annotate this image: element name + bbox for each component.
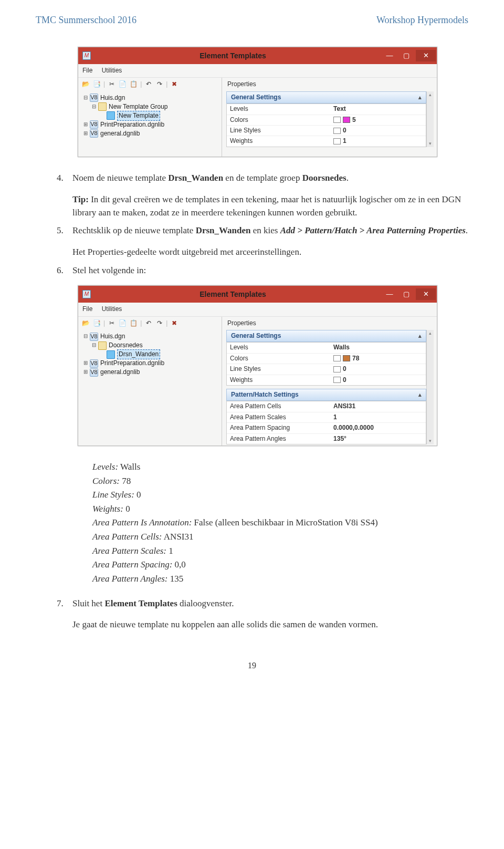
step-number: 4. <box>57 172 72 185</box>
prop-weights: Weights <box>227 375 330 385</box>
copy-icon[interactable]: 📄 <box>118 80 127 89</box>
tree-node-group[interactable]: ⊟New Template Group <box>82 102 217 111</box>
prop-area-cells-value[interactable]: ANSI31 <box>330 401 426 411</box>
prop-colors-value[interactable]: 78 <box>330 354 426 364</box>
chevron-up-icon: ▴ <box>418 94 422 102</box>
menubar: File Utilities <box>78 303 437 316</box>
app-icon: M <box>82 290 91 298</box>
step-number: 7. <box>57 597 72 610</box>
scrollbar[interactable]: ▴▾ <box>426 330 434 444</box>
prop-levels-value[interactable]: Walls <box>330 343 426 353</box>
prop-levels: Levels <box>227 343 330 353</box>
prop-area-angles: Area Pattern Angles <box>227 434 330 444</box>
delete-icon[interactable]: ✖ <box>170 319 178 328</box>
tree-node-lib[interactable]: ⊞V8general.dgnlib <box>82 129 217 138</box>
import-icon[interactable]: 📑 <box>92 319 101 328</box>
open-icon[interactable]: 📂 <box>81 80 90 89</box>
prop-colors: Colors <box>227 115 330 125</box>
import-icon[interactable]: 📑 <box>92 80 101 89</box>
step-5-followup: Het Properties-gedeelte wordt uitgebreid… <box>72 246 468 259</box>
delete-icon[interactable]: ✖ <box>170 80 178 89</box>
chevron-up-icon: ▴ <box>418 391 422 399</box>
step-7: 7. Sluit het Element Templates dialoogve… <box>57 597 468 610</box>
prop-linestyles-value[interactable]: 0 <box>330 364 426 374</box>
close-button[interactable]: ✕ <box>416 288 436 300</box>
menu-file[interactable]: File <box>82 67 92 74</box>
undo-icon[interactable]: ↶ <box>144 319 153 328</box>
header-left: TMC Summerschool 2016 <box>36 15 136 26</box>
paste-icon[interactable]: 📋 <box>129 319 138 328</box>
step-number: 5. <box>57 224 72 237</box>
menu-utilities[interactable]: Utilities <box>102 67 122 74</box>
undo-icon[interactable]: ↶ <box>144 80 153 89</box>
step-5: 5. Rechtsklik op de nieuwe template Drsn… <box>57 224 468 237</box>
color-swatch-icon <box>343 355 350 361</box>
prop-weights-value[interactable]: 1 <box>330 136 426 146</box>
cut-icon[interactable]: ✂ <box>107 319 116 328</box>
tree-node-dgn[interactable]: ⊟V8Huis.dgn <box>82 94 217 102</box>
separator: | <box>103 80 105 89</box>
page-header: TMC Summerschool 2016 Workshop Hypermode… <box>0 0 504 31</box>
prop-linestyles: Line Styles <box>227 126 330 136</box>
step-6: 6. Stel het volgende in: <box>57 264 468 277</box>
prop-weights: Weights <box>227 136 330 146</box>
step-number: 6. <box>57 264 72 277</box>
maximize-button[interactable]: ▢ <box>399 50 414 61</box>
prop-area-scales: Area Pattern Scales <box>227 412 330 422</box>
menu-file[interactable]: File <box>82 305 92 313</box>
menubar: File Utilities <box>78 64 437 78</box>
template-tree: ⊟V8Huis.dgn ⊟Doorsnedes Drsn_Wanden ⊞V8P… <box>79 331 220 378</box>
tree-node-lib[interactable]: ⊞V8PrintPreparation.dgnlib <box>82 359 217 368</box>
header-right: Workshop Hypermodels <box>376 15 468 26</box>
cut-icon[interactable]: ✂ <box>107 80 116 89</box>
section-pattern-hatch-settings[interactable]: Pattern/Hatch Settings▴ <box>226 389 426 401</box>
toolbar: 📂 📑 | ✂ 📄 📋 | ↶ ↷ | ✖ <box>79 79 220 92</box>
prop-area-angles-value[interactable]: 135° <box>330 434 426 444</box>
properties-table-a: LevelsWalls Colors78 Line Styles0 Weight… <box>226 342 426 386</box>
scrollbar[interactable]: ▴▾ <box>426 91 434 147</box>
prop-area-spacing: Area Pattern Spacing <box>227 423 330 433</box>
redo-icon[interactable]: ↷ <box>155 80 164 89</box>
prop-levels: Levels <box>227 104 330 114</box>
section-general-settings[interactable]: General Settings▴ <box>226 330 426 342</box>
tree-pane: 📂 📑 | ✂ 📄 📋 | ↶ ↷ | ✖ ⊟V8Huis.dgn ⊟New T… <box>78 78 222 157</box>
separator: | <box>166 80 167 89</box>
prop-area-spacing-value[interactable]: 0.0000,0.0000 <box>330 423 426 433</box>
close-button[interactable]: ✕ <box>416 50 436 61</box>
minimize-button[interactable]: — <box>382 288 397 300</box>
prop-linestyles-value[interactable]: 0 <box>330 126 426 136</box>
properties-pane: Properties General Settings▴ LevelsWalls… <box>222 317 437 446</box>
tip-paragraph: Tip: In dit geval creëren we de template… <box>72 193 468 219</box>
toolbar: 📂 📑 | ✂ 📄 📋 | ↶ ↷ | ✖ <box>79 318 220 331</box>
titlebar: M Element Templates — ▢ ✕ <box>78 47 437 64</box>
maximize-button[interactable]: ▢ <box>399 288 414 300</box>
step-7-followup: Je gaat de nieuwe template nu koppelen a… <box>72 618 468 631</box>
menu-utilities[interactable]: Utilities <box>102 305 122 313</box>
paste-icon[interactable]: 📋 <box>129 80 138 89</box>
prop-area-scales-value[interactable]: 1 <box>330 412 426 422</box>
properties-pane: Properties General Settings▴ LevelsText … <box>222 78 437 157</box>
prop-colors-value[interactable]: 5 <box>330 115 426 125</box>
redo-icon[interactable]: ↷ <box>155 319 164 328</box>
tree-node-lib[interactable]: ⊞V8general.dgnlib <box>82 368 217 377</box>
tree-node-template-selected[interactable]: Drsn_Wanden <box>82 350 217 359</box>
minimize-button[interactable]: — <box>382 50 397 61</box>
prop-area-cells: Area Pattern Cells <box>227 401 330 411</box>
separator: | <box>140 80 142 89</box>
tree-node-lib[interactable]: ⊞V8PrintPreparation.dgnlib <box>82 120 217 129</box>
app-icon: M <box>82 51 91 60</box>
prop-weights-value[interactable]: 0 <box>330 375 426 385</box>
open-icon[interactable]: 📂 <box>81 319 90 328</box>
tree-node-dgn[interactable]: ⊟V8Huis.dgn <box>82 332 217 341</box>
element-templates-dialog-2: M Element Templates — ▢ ✕ File Utilities… <box>78 285 437 446</box>
tree-node-group[interactable]: ⊟Doorsnedes <box>82 341 217 350</box>
copy-icon[interactable]: 📄 <box>118 319 127 328</box>
properties-table: LevelsText Colors5 Line Styles0 Weights1 <box>226 103 426 147</box>
prop-levels-value[interactable]: Text <box>330 104 426 114</box>
tree-node-template-selected[interactable]: New Template <box>82 111 217 120</box>
tree-pane: 📂 📑 | ✂ 📄 📋 | ↶ ↷ | ✖ ⊟V8Huis.dgn ⊟Doors… <box>78 317 222 446</box>
section-general-settings[interactable]: General Settings▴ <box>226 91 426 103</box>
element-templates-dialog-1: M Element Templates — ▢ ✕ File Utilities… <box>78 47 437 157</box>
chevron-up-icon: ▴ <box>418 332 422 340</box>
color-swatch-icon <box>343 117 350 123</box>
